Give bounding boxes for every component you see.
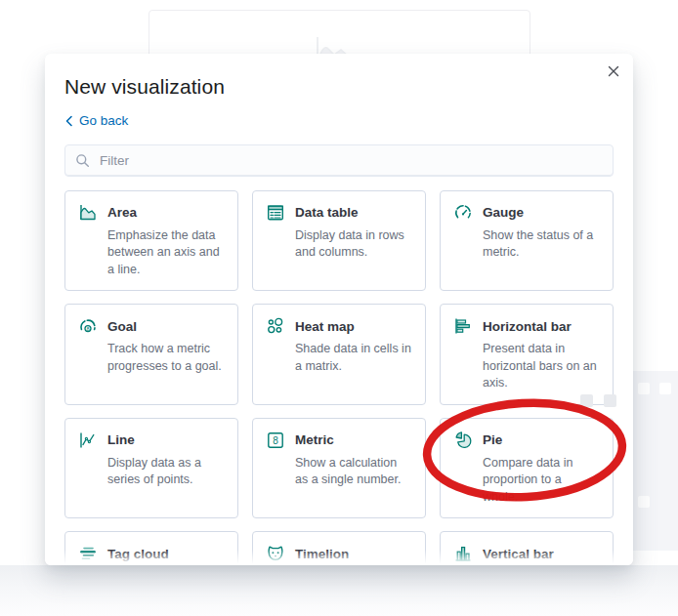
page-title: New visualization [64, 54, 614, 99]
vis-card-horizontal-bar[interactable]: Horizontal bar Present data in horizonta… [440, 304, 614, 405]
metric-icon: 8 [266, 431, 285, 450]
vis-card-heat-map[interactable]: Heat map Shade data in cells in a matrix… [252, 304, 426, 405]
vis-card-vertical-bar[interactable]: Vertical bar Present data in vertical ba… [440, 531, 614, 565]
goal-icon: 8 [78, 316, 98, 336]
vis-card-title: Gauge [483, 205, 524, 220]
filter-input[interactable] [98, 152, 603, 169]
page-background [0, 565, 678, 616]
vis-card-gauge[interactable]: Gauge Show the status of a metric. [440, 190, 614, 292]
search-icon [75, 153, 90, 168]
vis-card-data-table[interactable]: Data table Display data in rows and colu… [252, 190, 426, 292]
horizontal-bar-icon [453, 316, 473, 336]
vis-card-pie[interactable]: Pie Compare data in proportion to a whol… [440, 418, 614, 519]
vis-card-title: Line [107, 432, 135, 447]
area-chart-icon [78, 203, 98, 223]
vis-card-metric[interactable]: 8 Metric Show a calculation as a single … [252, 418, 426, 519]
vis-card-description: Display data in rows and columns. [295, 227, 412, 262]
vis-card-description: Show the status of a metric. [483, 227, 600, 262]
vis-card-title: Tag cloud [107, 547, 169, 561]
go-back-label: Go back [79, 113, 128, 128]
vis-card-timelion[interactable]: Timelion Show time series data on a grap… [252, 531, 426, 565]
vis-card-tag-cloud[interactable]: Tag cloud Display word frequency with fo… [64, 531, 238, 565]
vis-card-title: Timelion [295, 547, 349, 561]
data-table-icon [266, 203, 285, 223]
vis-card-description: Compare data in proportion to a whole. [483, 455, 600, 507]
vis-card-description: Display data as a series of points. [107, 455, 225, 489]
vis-card-goal[interactable]: 8 Goal Track how a metric progresses to … [64, 304, 238, 405]
heat-map-icon [266, 316, 285, 336]
vis-card-description: Emphasize the data between an axis and a… [107, 227, 225, 279]
vis-card-title: Metric [295, 432, 334, 447]
vis-card-title: Goal [107, 319, 137, 334]
vis-card-title: Vertical bar [483, 547, 554, 561]
tag-cloud-icon [78, 544, 98, 563]
visualization-type-grid: Area Emphasize the data between an axis … [64, 190, 614, 566]
vis-card-area[interactable]: Area Emphasize the data between an axis … [64, 190, 238, 292]
svg-text:8: 8 [273, 434, 278, 445]
background-square-fragment [580, 394, 593, 407]
background-page-fragment [633, 371, 678, 551]
vis-card-title: Pie [483, 432, 502, 447]
timelion-icon [266, 544, 285, 563]
pie-chart-icon [453, 431, 473, 450]
vis-card-title: Area [107, 205, 137, 220]
background-square-fragment [604, 394, 616, 407]
vis-card-description: Track how a metric progresses to a goal. [107, 341, 225, 375]
new-visualization-modal: New visualization Go back Area Emphasize… [45, 54, 633, 565]
svg-text:8: 8 [86, 326, 89, 332]
vis-card-title: Heat map [295, 319, 355, 334]
vis-card-description: Show a calculation as a single number. [295, 455, 412, 489]
line-chart-icon [78, 431, 98, 450]
vis-card-title: Data table [295, 205, 359, 220]
vertical-bar-icon [453, 544, 473, 563]
vis-card-description: Present data in horizontal bars on an ax… [483, 341, 600, 392]
vis-card-line[interactable]: Line Display data as a series of points. [64, 418, 238, 519]
vis-card-title: Horizontal bar [483, 319, 572, 334]
chevron-left-icon [64, 115, 73, 127]
go-back-link[interactable]: Go back [64, 113, 128, 128]
vis-card-description: Shade data in cells in a matrix. [295, 341, 412, 375]
gauge-icon [453, 203, 473, 223]
filter-search-bar [64, 144, 614, 177]
